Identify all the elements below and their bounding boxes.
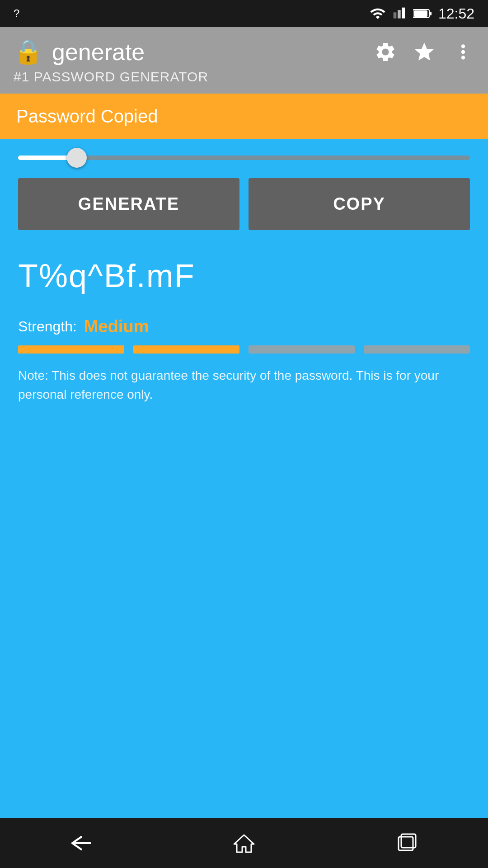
app-bar-top: 🔒 generate (14, 38, 474, 66)
notification-banner: Password Copied (0, 94, 488, 139)
lock-icon: 🔒 (14, 38, 43, 66)
signal-icon (392, 5, 407, 22)
strength-bar-1 (18, 345, 124, 354)
nav-bar (0, 818, 488, 868)
strength-bar-2 (133, 345, 239, 354)
main-content: GENERATE COPY T%q^Bf.mF Strength: Medium… (0, 139, 488, 818)
slider-area (0, 139, 488, 169)
notification-text: Password Copied (16, 106, 158, 126)
home-button[interactable] (217, 825, 271, 861)
svg-marker-1 (398, 10, 401, 19)
wifi-icon (370, 5, 386, 22)
password-display: T%q^Bf.mF (0, 248, 488, 308)
copy-button[interactable]: COPY (249, 178, 470, 230)
slider-track[interactable] (18, 156, 470, 160)
svg-marker-2 (402, 8, 405, 19)
buttons-row: GENERATE COPY (0, 169, 488, 248)
app-subtitle: #1 PASSWORD GENERATOR (14, 69, 474, 85)
svg-marker-0 (394, 12, 397, 18)
app-bar: 🔒 generate #1 PASSWORD GENERATOR (0, 27, 488, 94)
strength-label: Strength: (18, 318, 77, 335)
svg-rect-4 (429, 12, 432, 15)
generate-button[interactable]: GENERATE (18, 178, 239, 230)
status-bar-right: 12:52 (370, 5, 474, 22)
status-time: 12:52 (438, 5, 474, 22)
strength-bar-3 (249, 345, 355, 354)
password-value: T%q^Bf.mF (18, 258, 195, 294)
app-bar-actions (374, 41, 474, 63)
status-bar-left: ? (14, 7, 370, 20)
settings-icon[interactable] (374, 41, 397, 63)
recents-button[interactable] (380, 825, 434, 861)
question-icon: ? (14, 7, 19, 20)
more-icon[interactable] (452, 41, 474, 63)
strength-bars (18, 345, 470, 354)
strength-section: Strength: Medium Note: This does not gua… (0, 308, 488, 413)
strength-note: Note: This does not guarantee the securi… (18, 366, 470, 404)
battery-icon (413, 7, 432, 20)
slider-thumb[interactable] (67, 148, 87, 168)
star-icon[interactable] (413, 41, 436, 63)
app-bar-title-row: 🔒 generate (14, 38, 374, 66)
app-title: generate (52, 38, 145, 66)
strength-label-row: Strength: Medium (18, 317, 470, 336)
svg-rect-5 (414, 10, 427, 17)
strength-bar-4 (364, 345, 470, 354)
strength-value: Medium (84, 317, 149, 336)
status-bar: ? 12:52 (0, 0, 488, 27)
back-button[interactable] (54, 825, 108, 861)
